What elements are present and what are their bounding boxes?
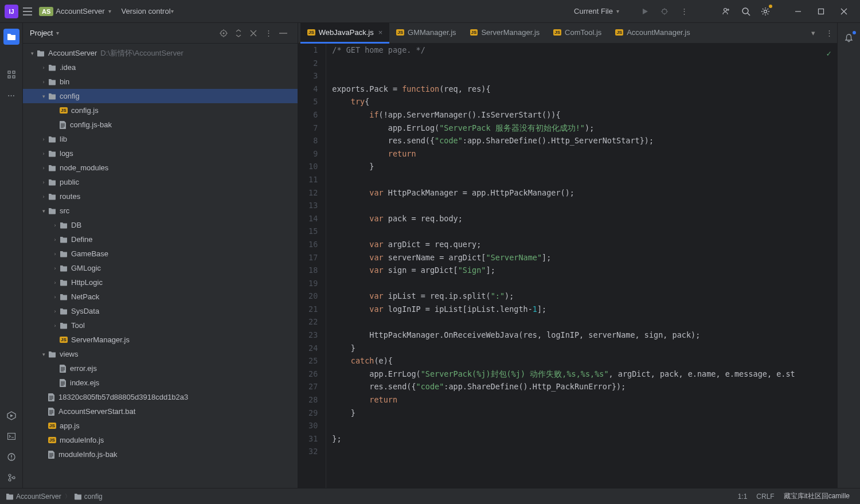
editor-area: JSWebJavaPack.js×JSGMManager.jsJSServerM… (298, 23, 837, 488)
project-panel: Project ▾ ⋮ ▾AccountServerD:\新情怀\Account… (23, 23, 298, 488)
close-tab-icon: × (378, 28, 383, 37)
right-toolbar (837, 23, 860, 488)
crumb-sep-icon: 〉 (65, 493, 71, 501)
run-icon[interactable] (639, 5, 651, 18)
problems-tool-icon[interactable] (3, 449, 19, 465)
project-tree[interactable]: ▾AccountServerD:\新情怀\AccountServer›.idea… (23, 44, 298, 488)
more-tool-icon[interactable]: ⋯ (3, 87, 19, 103)
tree-item[interactable]: ›GameBase (23, 247, 298, 261)
search-icon[interactable] (740, 5, 752, 18)
chevron-down-icon[interactable]: ▾ (108, 8, 111, 14)
hide-panel-icon[interactable] (277, 27, 290, 40)
structure-tool-icon[interactable] (3, 67, 19, 83)
settings-icon[interactable] (759, 5, 772, 18)
chevron-down-icon[interactable]: ▾ (56, 30, 59, 36)
notifications-icon[interactable] (841, 30, 857, 46)
panel-more-icon[interactable]: ⋮ (262, 27, 275, 40)
tree-item[interactable]: JSServerManager.js (23, 333, 298, 347)
close-icon[interactable] (835, 2, 853, 21)
svg-rect-6 (13, 71, 15, 73)
expand-icon[interactable] (232, 27, 245, 40)
minimize-icon[interactable] (789, 2, 807, 21)
watermark-text: 藏宝库it社区回camille (784, 491, 850, 501)
tree-item[interactable]: moduleInfo.js-bak (23, 447, 298, 462)
tree-item[interactable]: ›DB (23, 218, 298, 232)
tree-item[interactable]: ›node_modules (23, 161, 298, 175)
editor-tab[interactable]: JSGMManager.js (389, 23, 463, 44)
editor-tab[interactable]: JSServerManager.js (463, 23, 547, 44)
tree-item[interactable]: ›bin (23, 75, 298, 89)
svg-rect-9 (7, 433, 15, 440)
tree-item[interactable]: ›NetPack (23, 290, 298, 304)
ide-logo: IJ (5, 5, 18, 18)
project-tool-icon[interactable] (3, 29, 19, 45)
terminal-tool-icon[interactable] (3, 428, 19, 444)
svg-point-2 (742, 8, 748, 14)
crumb-root[interactable]: AccountServer (16, 493, 61, 501)
svg-rect-8 (13, 76, 15, 78)
editor-tab[interactable]: JSWebJavaPack.js× (300, 23, 389, 44)
tabs-dropdown-icon[interactable]: ▾ (806, 26, 820, 40)
tree-item[interactable]: ›GMLogic (23, 261, 298, 275)
tree-item[interactable]: JSapp.js (23, 419, 298, 433)
svg-point-16 (223, 32, 225, 34)
select-opened-icon[interactable] (217, 27, 230, 40)
version-control-menu[interactable]: Version control (122, 7, 171, 15)
status-bar: AccountServer 〉 config 1:1 CRLF 藏宝库it社区回… (0, 488, 860, 504)
tree-item[interactable]: ›.idea (23, 60, 298, 75)
code-editor[interactable]: 1234567891011121314151617181920212223242… (298, 44, 837, 488)
tabs-more-icon[interactable]: ⋮ (822, 26, 836, 40)
svg-point-3 (764, 10, 767, 13)
tree-item[interactable]: JSmoduleInfo.js (23, 433, 298, 447)
inspection-ok-icon[interactable]: ✓ (827, 47, 831, 60)
tree-item[interactable]: ▾config (23, 89, 298, 103)
collapse-icon[interactable] (247, 27, 260, 40)
breadcrumb[interactable]: AccountServer 〉 config (6, 493, 103, 501)
chevron-down-icon[interactable]: ▾ (171, 8, 174, 14)
tree-item[interactable]: ▾views (23, 347, 298, 361)
svg-rect-5 (8, 71, 10, 73)
project-panel-header: Project ▾ ⋮ (23, 23, 298, 44)
panel-title: Project (30, 29, 53, 37)
project-badge: AS (39, 7, 53, 16)
tree-item[interactable]: AccountServerStart.bat (23, 404, 298, 419)
vcs-tool-icon[interactable] (3, 470, 19, 486)
tree-item[interactable]: ›Define (23, 232, 298, 247)
tree-item[interactable]: 18320c805fb57d88805d3918cdd1b2a3 (23, 390, 298, 404)
editor-tab[interactable]: JSAccountManager.js (608, 23, 697, 44)
tree-item[interactable]: error.ejs (23, 361, 298, 376)
left-toolbar: ⋯ (0, 23, 23, 488)
caret-position[interactable]: 1:1 (738, 493, 748, 501)
svg-point-1 (724, 8, 727, 11)
line-ending[interactable]: CRLF (756, 493, 774, 501)
services-tool-icon[interactable] (3, 408, 19, 424)
tree-item[interactable]: ›SysData (23, 304, 298, 318)
tree-item[interactable]: ›Tool (23, 318, 298, 333)
tree-item[interactable]: ›routes (23, 189, 298, 204)
code-content[interactable]: /* GET home page. */ exports.Pack = func… (326, 44, 837, 488)
debug-icon[interactable] (658, 5, 671, 18)
tree-item[interactable]: index.ejs (23, 376, 298, 390)
tree-item[interactable]: ▾src (23, 204, 298, 218)
tree-root[interactable]: ▾AccountServerD:\新情怀\AccountServer (23, 46, 298, 60)
tree-item[interactable]: ›logs (23, 146, 298, 161)
more-icon[interactable]: ⋮ (678, 5, 690, 18)
tree-item[interactable]: ›public (23, 175, 298, 189)
code-with-me-icon[interactable] (720, 5, 733, 18)
tree-item[interactable]: ›HttpLogic (23, 275, 298, 290)
svg-point-14 (13, 476, 15, 479)
titlebar: IJ AS AccountServer ▾ Version control ▾ … (0, 0, 860, 23)
svg-point-12 (9, 474, 11, 476)
run-config[interactable]: Current File▾ (574, 7, 630, 15)
svg-rect-7 (8, 76, 10, 78)
editor-tab[interactable]: JSComTool.js (546, 23, 608, 44)
main-menu-icon[interactable] (23, 7, 33, 15)
tree-item[interactable]: ›lib (23, 132, 298, 146)
tree-item[interactable]: JSconfig.js (23, 103, 298, 118)
svg-point-11 (11, 459, 12, 460)
tree-item[interactable]: config.js-bak (23, 118, 298, 132)
crumb-folder[interactable]: config (84, 493, 103, 501)
svg-point-13 (9, 479, 11, 481)
maximize-icon[interactable] (812, 2, 830, 21)
project-name[interactable]: AccountServer (56, 7, 104, 15)
